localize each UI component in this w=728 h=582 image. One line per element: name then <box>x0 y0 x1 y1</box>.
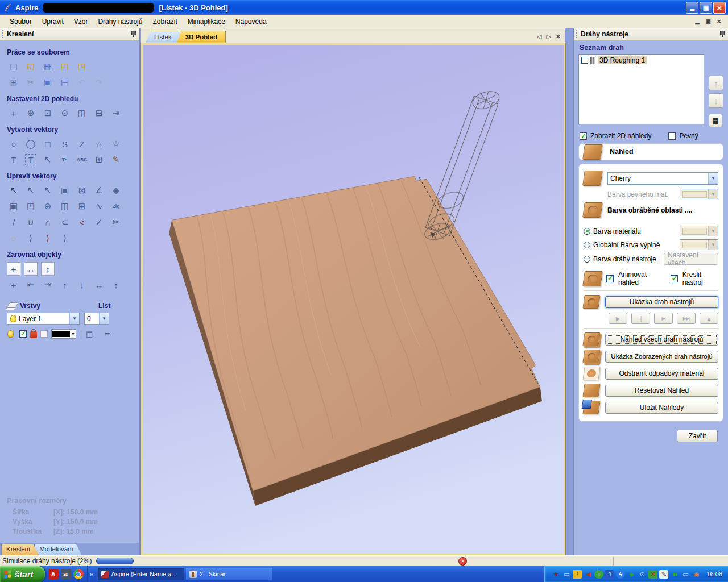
tray-power-icon[interactable]: ϟ <box>616 570 625 579</box>
tray-meter-icon[interactable]: ▮▮ <box>670 570 679 579</box>
restart-button[interactable]: ▲ <box>700 313 718 324</box>
menu-napoveda[interactable]: Nápověda <box>230 16 272 27</box>
menu-upravit[interactable]: Upravit <box>37 16 69 27</box>
menu-miniaplikace[interactable]: Miniaplikace <box>183 16 230 27</box>
align-right-icon[interactable]: ⇥ <box>41 278 55 292</box>
draw-circle-icon[interactable]: ○ <box>7 137 20 151</box>
taskbar-task-skicar[interactable]: 2 - Skicár <box>186 568 272 580</box>
tray-language-icon[interactable]: 1 <box>605 570 614 579</box>
preview-toolpaths-button[interactable]: Ukázka drah nástrojů <box>605 296 718 308</box>
ungroup-vectors-icon[interactable]: ⊠ <box>75 184 89 197</box>
join-vectors-smooth-icon[interactable]: ⟩ <box>41 231 55 245</box>
undo-icon[interactable]: ↶ <box>75 76 89 89</box>
toggle-3d-view-icon[interactable]: ⇥ <box>109 106 123 120</box>
material-color-radio[interactable] <box>584 228 590 235</box>
run-to-end-button[interactable]: ▶▶| <box>677 313 696 324</box>
draw-polygon-icon[interactable]: ⌂ <box>92 137 106 151</box>
extend-vector-icon[interactable]: < <box>75 215 89 229</box>
start-button[interactable]: štart <box>0 566 45 582</box>
play-button[interactable]: ▶ <box>609 313 627 324</box>
toolpath-list[interactable]: 3D Roughing 1 <box>578 54 704 124</box>
toolpath-visibility-checkbox[interactable] <box>581 57 588 64</box>
group-vectors-icon[interactable]: ▣ <box>58 184 72 197</box>
set-size-icon[interactable]: ◳ <box>24 199 38 213</box>
zoom-width-icon[interactable]: ⊟ <box>92 106 106 120</box>
layer-stack-icon[interactable]: ≣ <box>104 330 110 338</box>
toolpath-list-item[interactable]: 3D Roughing 1 <box>579 55 704 66</box>
minimize-button[interactable] <box>686 2 698 14</box>
zoom-interactive-icon[interactable]: ⊕ <box>24 106 38 120</box>
save-preview-button[interactable]: Uložit Náhledy <box>605 402 718 414</box>
align-center-x-icon[interactable]: ↔ <box>24 262 38 276</box>
align-center-material-icon[interactable]: + <box>7 262 20 276</box>
mdi-close-button[interactable] <box>714 17 723 26</box>
move-toolpath-down-button[interactable]: ↓ <box>709 93 723 108</box>
zoom-box-icon[interactable]: ⊡ <box>41 106 55 120</box>
distort-envelope-icon[interactable]: ◈ <box>109 184 123 197</box>
save-file-icon[interactable]: ▦ <box>41 60 55 73</box>
transform-mode-icon[interactable]: ↖ <box>41 184 55 197</box>
tray-notes-icon[interactable]: ✎ <box>659 570 668 579</box>
align-horizontal-center-icon[interactable]: ↔ <box>92 278 106 292</box>
menu-soubor[interactable]: Soubor <box>5 16 37 27</box>
align-top-icon[interactable]: ↑ <box>58 278 72 292</box>
knife-trim-icon[interactable]: / <box>7 215 20 229</box>
dropdown-arrow-icon[interactable]: ▼ <box>99 313 109 324</box>
text-on-curve-icon[interactable]: T~ <box>58 153 72 167</box>
draw-curve-icon[interactable]: Z <box>75 137 89 151</box>
draw-star-icon[interactable]: ☆ <box>109 137 123 151</box>
tray-updater-icon[interactable]: ◉ <box>692 570 701 579</box>
3d-viewport[interactable] <box>141 43 565 555</box>
close-button[interactable] <box>713 2 726 14</box>
tab-3d-pohled[interactable]: 3D Pohled <box>177 31 226 43</box>
pan-view-icon[interactable]: + <box>7 106 20 120</box>
layer-select[interactable]: Layer 1 ▼ <box>7 313 80 325</box>
tray-award-icon[interactable]: ◆ <box>627 570 636 579</box>
zoom-selection-icon[interactable]: ⊙ <box>58 106 72 120</box>
cancel-simulation-button[interactable] <box>458 557 467 566</box>
acrobat-reader-icon[interactable]: A <box>48 569 59 579</box>
new-file-icon[interactable]: ▢ <box>7 60 20 73</box>
weld-vectors-icon[interactable]: ∪ <box>24 215 38 229</box>
offset-vectors-icon[interactable]: ▣ <box>7 199 20 213</box>
pause-button[interactable]: ∥ <box>631 313 650 324</box>
pin-icon[interactable] <box>719 31 725 38</box>
draw-clipart-icon[interactable]: ✎ <box>109 153 123 167</box>
paste-icon[interactable]: ▤ <box>58 76 72 89</box>
move-toolpath-up-button[interactable]: ↑ <box>709 76 723 90</box>
mdi-minimize-button[interactable] <box>693 17 702 26</box>
cut3d-icon[interactable]: 3D <box>61 569 71 579</box>
tray-security-shield-icon[interactable]: ! <box>573 570 582 579</box>
arc-text-icon[interactable]: ABC <box>75 153 89 167</box>
trim-vectors-icon[interactable]: ⊂ <box>58 215 72 229</box>
text-box-icon[interactable]: T <box>25 154 36 165</box>
export-vectors-icon[interactable]: ◳ <box>75 60 89 73</box>
step-button[interactable]: ▶| <box>654 313 673 324</box>
copy-icon[interactable]: ▣ <box>41 76 55 89</box>
menu-vzor[interactable]: Vzor <box>69 16 93 27</box>
mirror-vectors-icon[interactable]: ◫ <box>58 199 72 213</box>
join-vectors-line-icon[interactable]: ⟩ <box>58 231 72 245</box>
draw-text-icon[interactable]: T <box>7 153 20 167</box>
draw-rectangle-icon[interactable]: □ <box>41 137 55 151</box>
pin-icon[interactable] <box>130 31 136 38</box>
tray-printer-icon[interactable]: ▭ <box>681 570 690 579</box>
copy-along-curve-icon[interactable]: ∿ <box>92 199 106 213</box>
dropdown-arrow-icon[interactable]: ▼ <box>69 313 79 324</box>
subtract-vectors-icon[interactable]: ∩ <box>41 215 55 229</box>
cut-vector-icon[interactable]: ✂ <box>109 215 123 229</box>
zigzag-texture-icon[interactable]: Zig <box>109 199 123 213</box>
solid-checkbox[interactable] <box>668 132 676 140</box>
tab-scroll-right-icon[interactable]: ▷ <box>546 33 551 40</box>
tab-close-icon[interactable]: ✕ <box>556 33 561 40</box>
tab-modelovani[interactable]: Modelování <box>34 544 81 555</box>
layer-visible-checkbox[interactable] <box>19 330 27 338</box>
menu-drahy-nastroju[interactable]: Dráhy nástrojů <box>93 16 147 27</box>
tray-info-icon[interactable]: i <box>594 570 603 579</box>
material-select[interactable]: Cherry ▼ <box>607 172 718 185</box>
chrome-icon[interactable] <box>73 569 84 579</box>
join-vectors-move-icon[interactable]: ⟩ <box>24 231 38 245</box>
redo-icon[interactable]: ↷ <box>92 76 106 89</box>
center-in-material-icon[interactable]: ⊕ <box>41 199 55 213</box>
sheet-select[interactable]: 0 ▼ <box>84 313 109 325</box>
